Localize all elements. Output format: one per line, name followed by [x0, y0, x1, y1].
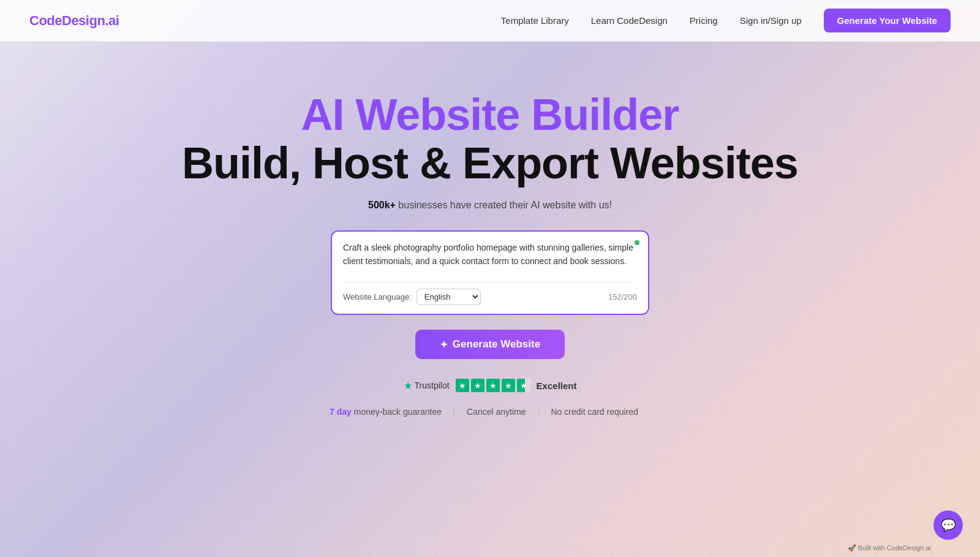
logo-text: CodeDesign: [29, 13, 105, 28]
nav-learn-codedesign[interactable]: Learn CodeDesign: [591, 15, 668, 26]
star-5: ★: [517, 379, 530, 392]
trustpilot-rating: Excellent: [537, 381, 577, 391]
guarantee-text-3: No credit card required: [551, 407, 638, 417]
stars-row: ★ ★ ★ ★ ★: [456, 379, 530, 392]
sparkle-icon: ✦: [440, 339, 448, 350]
guarantee-money-back: 7 day money-back guarantee: [330, 407, 454, 417]
guarantee-text-2: Cancel anytime: [467, 407, 526, 417]
built-with-badge: 🚀 Built with CodeDesign.ai: [848, 544, 931, 552]
language-row: Website Language: English Spanish French…: [343, 289, 481, 305]
generate-button-label: Generate Website: [453, 338, 540, 350]
guarantee-text-1: money-back guarantee: [354, 407, 442, 417]
char-count: 152/200: [608, 292, 637, 301]
hero-count: 500k+: [368, 200, 396, 210]
star-4: ★: [502, 379, 515, 392]
language-select[interactable]: English Spanish French German Portuguese…: [417, 289, 481, 305]
nav-links: Template Library Learn CodeDesign Pricin…: [501, 9, 951, 32]
hero-title-black: Build, Host & Export Websites: [182, 139, 798, 188]
trustpilot-star-logo: ★: [404, 380, 412, 392]
language-label: Website Language:: [343, 292, 412, 301]
chat-widget[interactable]: 💬: [933, 510, 963, 540]
guarantees-row: 7 day money-back guarantee Cancel anytim…: [330, 407, 650, 417]
generate-website-button[interactable]: ✦ Generate Website: [415, 330, 565, 359]
nav-sign-in[interactable]: Sign in/Sign up: [740, 15, 802, 26]
hero-subtitle: 500k+ businesses have created their AI w…: [368, 200, 612, 211]
prompt-textarea[interactable]: [343, 241, 637, 273]
prompt-box: Website Language: English Spanish French…: [331, 230, 649, 315]
trustpilot-section: ★ Trustpilot ★ ★ ★ ★ ★ Excellent: [404, 379, 577, 392]
logo[interactable]: CodeDesign.ai: [29, 13, 119, 29]
prompt-footer: Website Language: English Spanish French…: [343, 282, 637, 305]
guarantee-accent-1: 7 day: [330, 407, 352, 417]
hero-section: AI Website Builder Build, Host & Export …: [0, 42, 980, 417]
trustpilot-name: Trustpilot: [415, 381, 450, 390]
hero-subtitle-rest: businesses have created their AI website…: [396, 200, 612, 210]
status-dot: [635, 240, 639, 245]
guarantee-cancel: Cancel anytime: [454, 407, 538, 417]
star-1: ★: [456, 379, 469, 392]
chat-icon: 💬: [941, 518, 956, 532]
built-with-label: 🚀 Built with CodeDesign.ai: [848, 544, 931, 552]
star-3: ★: [486, 379, 500, 392]
star-2: ★: [471, 379, 484, 392]
navbar: CodeDesign.ai Template Library Learn Cod…: [0, 0, 980, 42]
guarantee-no-card: No credit card required: [539, 407, 650, 417]
nav-pricing[interactable]: Pricing: [690, 15, 718, 26]
hero-title-purple: AI Website Builder: [301, 91, 679, 139]
logo-dot: .ai: [105, 13, 119, 28]
trustpilot-logo: ★ Trustpilot: [404, 380, 450, 392]
nav-generate-button[interactable]: Generate Your Website: [824, 9, 951, 32]
nav-template-library[interactable]: Template Library: [501, 15, 569, 26]
